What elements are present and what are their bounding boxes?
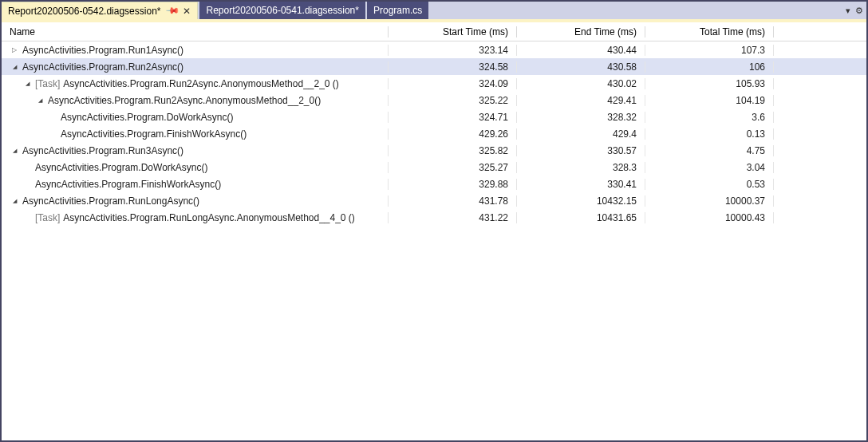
table-row[interactable]: AsyncActivities.Program.DoWorkAsync()324…: [2, 109, 866, 125]
cell-start: 431.78: [389, 195, 517, 207]
column-header-end[interactable]: End Time (ms): [517, 26, 645, 37]
chevron-expanded-icon[interactable]: [35, 97, 45, 104]
task-prefix: [Task]: [35, 78, 60, 89]
column-header-name[interactable]: Name: [2, 26, 389, 37]
tab-report-0542[interactable]: Report20200506-0542.diagsession* 📌 ✕: [2, 2, 198, 19]
tab-report-0541[interactable]: Report20200506-0541.diagsession*: [199, 2, 365, 19]
cell-name: AsyncActivities.Program.RunLongAsync(): [2, 195, 389, 207]
chevron-collapsed-icon[interactable]: [10, 46, 19, 53]
cell-total: 4.75: [645, 145, 774, 156]
tab-strip-controls: ▾ ⚙: [846, 2, 863, 19]
chevron-expanded-icon[interactable]: [22, 81, 32, 87]
cell-start: 429.26: [389, 128, 517, 140]
row-name-text: AsyncActivities.Program.Run2Async.Anonym…: [48, 95, 321, 106]
cell-total: 106: [645, 61, 774, 73]
table-row[interactable]: [Task]AsyncActivities.Program.Run2Async.…: [2, 75, 866, 92]
cell-end: 429.41: [517, 95, 645, 106]
column-header-row: Name Start Time (ms) End Time (ms) Total…: [2, 22, 866, 41]
row-name-text: AsyncActivities.Program.RunLongAsync.Ano…: [63, 212, 355, 223]
cell-name: [Task]AsyncActivities.Program.Run2Async.…: [2, 78, 389, 89]
cell-name: AsyncActivities.Program.Run3Async(): [2, 145, 389, 156]
row-name-text: AsyncActivities.Program.Run3Async(): [22, 145, 183, 156]
cell-total: 3.04: [645, 162, 774, 173]
cell-name: AsyncActivities.Program.FinishWorkAsync(…: [2, 128, 389, 140]
cell-end: 430.58: [517, 61, 645, 73]
table-row[interactable]: AsyncActivities.Program.Run2Async.Anonym…: [2, 92, 866, 109]
column-header-total[interactable]: Total Time (ms): [645, 26, 774, 37]
cell-total: 0.53: [645, 179, 774, 190]
cell-total: 104.19: [645, 95, 774, 106]
cell-name: AsyncActivities.Program.DoWorkAsync(): [2, 162, 389, 173]
close-icon[interactable]: ✕: [183, 6, 191, 17]
cell-name: [Task]AsyncActivities.Program.RunLongAsy…: [2, 212, 389, 223]
task-prefix: [Task]: [35, 212, 60, 223]
table-row[interactable]: AsyncActivities.Program.Run3Async()325.8…: [2, 142, 866, 159]
cell-end: 430.02: [517, 78, 645, 89]
diagnostic-window: Report20200506-0542.diagsession* 📌 ✕ Rep…: [0, 0, 868, 442]
document-tab-strip: Report20200506-0542.diagsession* 📌 ✕ Rep…: [2, 2, 866, 19]
cell-start: 325.22: [389, 95, 517, 106]
cell-name: AsyncActivities.Program.Run2Async.Anonym…: [2, 95, 389, 106]
table-row[interactable]: AsyncActivities.Program.RunLongAsync()43…: [2, 192, 866, 209]
chevron-expanded-icon[interactable]: [10, 198, 19, 204]
row-name-text: AsyncActivities.Program.DoWorkAsync(): [35, 162, 208, 173]
tab-program-cs[interactable]: Program.cs: [367, 2, 428, 19]
chevron-expanded-icon[interactable]: [10, 148, 19, 154]
cell-name: AsyncActivities.Program.FinishWorkAsync(…: [2, 179, 389, 190]
cell-start: 325.27: [389, 162, 517, 173]
tab-label: Report20200506-0542.diagsession*: [8, 6, 160, 17]
table-row[interactable]: AsyncActivities.Program.Run2Async()324.5…: [2, 58, 866, 75]
cell-name: AsyncActivities.Program.Run1Async(): [2, 45, 389, 56]
cell-start: 324.58: [389, 61, 517, 73]
cell-start: 324.09: [389, 78, 517, 89]
gear-icon[interactable]: ⚙: [855, 6, 863, 16]
cell-start: 431.22: [389, 212, 517, 223]
column-header-start[interactable]: Start Time (ms): [389, 26, 517, 37]
table-row[interactable]: AsyncActivities.Program.FinishWorkAsync(…: [2, 176, 866, 192]
cell-start: 324.71: [389, 112, 517, 123]
cell-end: 330.41: [517, 179, 645, 190]
table-row[interactable]: AsyncActivities.Program.Run1Async()323.1…: [2, 41, 866, 58]
cell-total: 10000.37: [645, 195, 774, 207]
cell-total: 3.6: [645, 112, 774, 123]
report-content: Name Start Time (ms) End Time (ms) Total…: [2, 22, 866, 440]
cell-start: 329.88: [389, 179, 517, 190]
cell-end: 430.44: [517, 45, 645, 56]
cell-start: 323.14: [389, 45, 517, 56]
table-row[interactable]: AsyncActivities.Program.DoWorkAsync()325…: [2, 159, 866, 176]
cell-end: 328.3: [517, 162, 645, 173]
tab-label: Program.cs: [373, 5, 422, 16]
table-row[interactable]: AsyncActivities.Program.FinishWorkAsync(…: [2, 125, 866, 142]
cell-end: 429.4: [517, 128, 645, 140]
tab-label: Report20200506-0541.diagsession*: [206, 5, 358, 16]
cell-total: 0.13: [645, 128, 774, 140]
data-rows: AsyncActivities.Program.Run1Async()323.1…: [2, 41, 866, 226]
cell-end: 330.57: [517, 145, 645, 156]
cell-end: 328.32: [517, 112, 645, 123]
row-name-text: AsyncActivities.Program.FinishWorkAsync(…: [35, 179, 221, 190]
row-name-text: AsyncActivities.Program.Run2Async.Anonym…: [63, 78, 339, 89]
cell-total: 105.93: [645, 78, 774, 89]
cell-end: 10431.65: [517, 212, 645, 223]
table-row[interactable]: [Task]AsyncActivities.Program.RunLongAsy…: [2, 209, 866, 226]
pin-icon[interactable]: 📌: [165, 3, 180, 18]
row-name-text: AsyncActivities.Program.Run1Async(): [22, 45, 183, 56]
cell-name: AsyncActivities.Program.Run2Async(): [2, 61, 389, 73]
row-name-text: AsyncActivities.Program.FinishWorkAsync(…: [61, 128, 247, 140]
row-name-text: AsyncActivities.Program.Run2Async(): [22, 61, 183, 73]
cell-name: AsyncActivities.Program.DoWorkAsync(): [2, 112, 389, 123]
chevron-expanded-icon[interactable]: [10, 64, 19, 70]
row-name-text: AsyncActivities.Program.RunLongAsync(): [22, 195, 199, 207]
dropdown-icon[interactable]: ▾: [846, 6, 850, 16]
row-name-text: AsyncActivities.Program.DoWorkAsync(): [61, 112, 234, 123]
cell-total: 107.3: [645, 45, 774, 56]
cell-start: 325.82: [389, 145, 517, 156]
cell-total: 10000.43: [645, 212, 774, 223]
cell-end: 10432.15: [517, 195, 645, 207]
